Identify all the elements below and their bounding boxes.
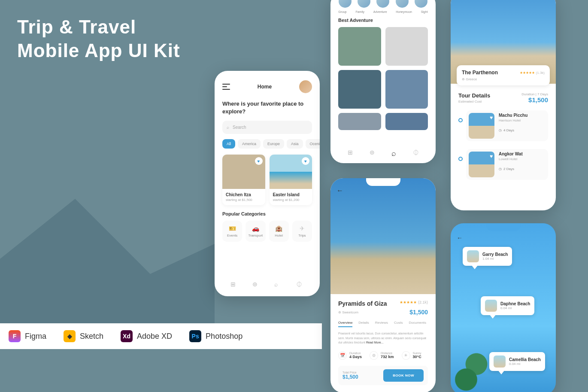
best-adventure-label: Best Adventure xyxy=(330,18,436,27)
calendar-icon: 📅 xyxy=(338,351,347,360)
compat-figma: FFigma xyxy=(9,330,46,342)
price-label: $1,500 xyxy=(409,309,428,316)
heart-icon[interactable]: ♥ xyxy=(302,157,309,165)
chip-europe[interactable]: Europe xyxy=(263,139,284,149)
adventure-tile[interactable] xyxy=(338,113,381,130)
estimated-cost-label: Estimated Cost xyxy=(458,100,490,103)
stat-distance: ⊚Distance732 km xyxy=(370,351,394,360)
stats-row: 📅Duration4 Days ⊚Distance732 km ☀Sunny30… xyxy=(338,351,428,360)
card-subtitle: starting at $1,200 xyxy=(270,198,312,205)
story-adventure[interactable] xyxy=(376,0,389,8)
timeline-item[interactable]: ♥ Machu Picchu Harrison Hotel ◷4 Days xyxy=(466,110,548,141)
adventure-grid xyxy=(330,27,436,130)
notch xyxy=(366,178,400,186)
story-honeymoon[interactable] xyxy=(396,0,409,8)
popular-categories-label: Popular Categories xyxy=(215,211,320,221)
tab-overview[interactable]: Overview xyxy=(338,321,352,327)
chip-asia[interactable]: Asia xyxy=(287,139,303,149)
map-pin-daphne[interactable]: Daphne Beach0.04 mi xyxy=(481,296,534,315)
search-placeholder: Search xyxy=(233,125,246,130)
nav-profile-icon[interactable]: ⏀ xyxy=(296,281,304,289)
page-title: Home xyxy=(258,84,272,90)
tab-reviews[interactable]: Reviews xyxy=(375,321,388,327)
sketch-icon: ◆ xyxy=(64,330,76,342)
timeline: ♥ Machu Picchu Harrison Hotel ◷4 Days ♥ … xyxy=(458,110,548,180)
floating-card[interactable]: The Parthenon ★★★★★ (1.3k) ⊚ Greece xyxy=(457,65,550,85)
tour-details-title: Tour Details xyxy=(458,92,490,99)
pin-distance: 0.04 mi xyxy=(500,306,530,310)
back-icon[interactable]: ← xyxy=(457,234,463,241)
pin-title: Daphne Beach xyxy=(500,301,530,306)
ps-icon: Ps xyxy=(189,330,201,342)
back-icon[interactable]: ← xyxy=(336,187,343,194)
heart-icon[interactable]: ♥ xyxy=(490,115,493,121)
menu-icon[interactable] xyxy=(222,84,230,90)
card-easter-island[interactable]: ♥ Easter Island starting at $1,200 xyxy=(270,155,312,205)
rating-stars: ★★★★★ (2.1k) xyxy=(400,300,428,304)
adventure-tile[interactable] xyxy=(385,70,428,109)
story-sight[interactable] xyxy=(415,0,427,8)
pin-distance: 0.04 mi xyxy=(509,362,541,366)
rating-stars: ★★★★★ (1.3k) xyxy=(520,71,545,75)
cat-transport[interactable]: 🚗Transport xyxy=(246,221,265,242)
story-group[interactable] xyxy=(339,0,352,8)
nav-location-icon[interactable]: ⊚ xyxy=(252,281,260,289)
tour-body: Tour Details Estimated Cost Duration | 7… xyxy=(451,84,556,192)
search-input[interactable]: ⌕ Search xyxy=(222,121,312,134)
total-price-value: $1,500 xyxy=(342,374,358,380)
heart-icon[interactable]: ♥ xyxy=(490,153,493,159)
phone-home: Home Where is your favorite place to exp… xyxy=(215,71,320,296)
back-icon[interactable]: ← xyxy=(457,0,463,1)
compat-bar: FFigma ◆Sketch XdAdobe XD PsPhotoshop xyxy=(0,323,322,349)
bottom-nav: ⊞ ⊚ ⌕ ⏀ xyxy=(215,277,320,292)
detail-body: Pyramids of Giza ★★★★★ (2.1k) ⊚ Sweetcor… xyxy=(330,294,436,391)
float-location: ⊚ Greece xyxy=(462,77,545,81)
read-more-link[interactable]: Read More... xyxy=(366,341,383,344)
timeline-item[interactable]: ♥ Angkor Wat Lowell Hotel ◷2 Days xyxy=(466,149,548,180)
phone-detail: ← Pyramids of Giza ★★★★★ (2.1k) ⊚ Sweetc… xyxy=(330,178,436,392)
story-labels: Group Family Adventure Honeymoon Sight xyxy=(330,9,436,18)
adventure-tile[interactable] xyxy=(338,27,381,66)
tab-documents[interactable]: Documents xyxy=(409,321,426,327)
tl-days: ◷4 Days xyxy=(499,128,527,132)
tl-subtitle: Harrison Hotel xyxy=(499,119,527,122)
adventure-tile[interactable] xyxy=(385,27,428,66)
book-now-button[interactable]: BOOK NOW xyxy=(383,369,424,382)
nav-home-icon[interactable]: ⊞ xyxy=(348,149,353,158)
avatar[interactable] xyxy=(299,80,312,93)
nav-home-icon[interactable]: ⊞ xyxy=(230,281,238,289)
pin-image xyxy=(485,300,497,312)
stat-duration: 📅Duration4 Days xyxy=(338,351,362,360)
tab-costs[interactable]: Costs xyxy=(394,321,403,327)
car-icon: 🚗 xyxy=(247,225,264,232)
nav-location-icon[interactable]: ⊚ xyxy=(370,149,375,158)
story-avatars xyxy=(330,0,436,9)
destination-title: Pyramids of Giza xyxy=(338,300,387,307)
map-pin-garry[interactable]: Garry Beach1.04 mi xyxy=(463,247,512,266)
total-price-label: Total Price xyxy=(342,371,358,374)
adventure-tile[interactable] xyxy=(338,70,381,109)
chip-america[interactable]: America xyxy=(238,139,261,149)
story-family[interactable] xyxy=(358,0,370,8)
chip-ocenia[interactable]: Ocenia xyxy=(306,139,320,149)
heart-icon[interactable]: ♥ xyxy=(255,157,263,165)
compat-xd: XdAdobe XD xyxy=(121,330,172,342)
tab-details[interactable]: Details xyxy=(358,321,369,327)
card-chichen-itza[interactable]: ♥ Chichen Itza starting at $1,500 xyxy=(222,155,265,205)
cat-events[interactable]: 🎫Events xyxy=(222,221,242,242)
nav-profile-icon[interactable]: ⏀ xyxy=(413,149,419,158)
nav-search-icon[interactable]: ⌕ xyxy=(391,149,396,158)
adventure-tile[interactable] xyxy=(385,113,428,130)
card-title: Easter Island xyxy=(270,189,312,198)
cat-trips[interactable]: ✈Trips xyxy=(292,221,312,242)
plane-icon: ✈ xyxy=(294,225,310,232)
chip-all[interactable]: All xyxy=(222,139,235,149)
card-image: ♥ xyxy=(222,155,265,189)
map-pin-camellia[interactable]: Camellia Beach0.04 mi xyxy=(489,352,545,371)
tl-subtitle: Lowell Hotel xyxy=(499,157,523,161)
tl-title: Machu Picchu xyxy=(499,113,527,118)
timeline-dot-icon xyxy=(458,157,463,161)
headline: Where is your favorite place to explore? xyxy=(215,97,320,121)
cat-hotel[interactable]: 🏨Hotel xyxy=(269,221,289,242)
nav-search-icon[interactable]: ⌕ xyxy=(274,281,282,289)
